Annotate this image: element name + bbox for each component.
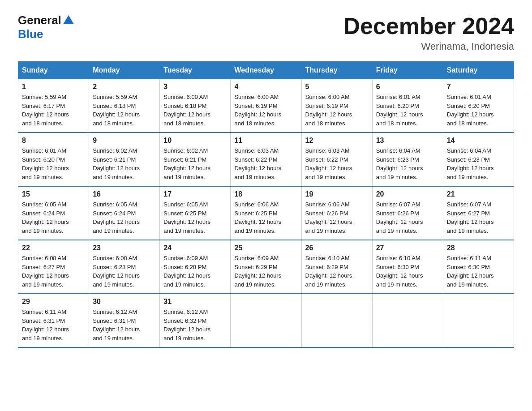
logo-triangle-icon bbox=[62, 14, 75, 25]
column-header-tuesday: Tuesday bbox=[160, 62, 231, 79]
day-info: Sunrise: 6:11 AM Sunset: 6:30 PM Dayligh… bbox=[447, 254, 510, 289]
column-header-sunday: Sunday bbox=[18, 62, 89, 79]
day-info: Sunrise: 5:59 AM Sunset: 6:17 PM Dayligh… bbox=[22, 93, 85, 128]
day-info: Sunrise: 6:05 AM Sunset: 6:24 PM Dayligh… bbox=[93, 200, 156, 235]
day-info: Sunrise: 6:07 AM Sunset: 6:26 PM Dayligh… bbox=[376, 200, 439, 235]
month-title: December 2024 bbox=[343, 13, 514, 39]
calendar-day-cell: 14 Sunrise: 6:04 AM Sunset: 6:23 PM Dayl… bbox=[443, 133, 514, 186]
day-number: 29 bbox=[22, 298, 85, 306]
day-number: 17 bbox=[163, 190, 227, 198]
calendar-day-cell: 15 Sunrise: 6:05 AM Sunset: 6:24 PM Dayl… bbox=[18, 186, 89, 240]
day-info: Sunrise: 6:05 AM Sunset: 6:25 PM Dayligh… bbox=[163, 200, 227, 235]
day-number: 21 bbox=[447, 190, 510, 198]
calendar-day-cell: 28 Sunrise: 6:11 AM Sunset: 6:30 PM Dayl… bbox=[443, 240, 514, 294]
day-info: Sunrise: 6:08 AM Sunset: 6:28 PM Dayligh… bbox=[93, 254, 156, 289]
calendar-day-cell: 9 Sunrise: 6:02 AM Sunset: 6:21 PM Dayli… bbox=[89, 133, 160, 186]
calendar-day-cell: 8 Sunrise: 6:01 AM Sunset: 6:20 PM Dayli… bbox=[18, 133, 89, 186]
title-section: December 2024 Werinama, Indonesia bbox=[343, 13, 514, 52]
day-info: Sunrise: 6:02 AM Sunset: 6:21 PM Dayligh… bbox=[93, 146, 156, 181]
day-number: 6 bbox=[376, 83, 439, 91]
column-header-thursday: Thursday bbox=[301, 62, 372, 79]
day-number: 15 bbox=[22, 190, 85, 198]
calendar-day-cell: 17 Sunrise: 6:05 AM Sunset: 6:25 PM Dayl… bbox=[160, 186, 231, 240]
day-info: Sunrise: 6:00 AM Sunset: 6:19 PM Dayligh… bbox=[305, 93, 369, 128]
calendar-day-cell: 10 Sunrise: 6:02 AM Sunset: 6:21 PM Dayl… bbox=[160, 133, 231, 186]
calendar-day-cell: 18 Sunrise: 6:06 AM Sunset: 6:25 PM Dayl… bbox=[231, 186, 301, 240]
day-number: 30 bbox=[93, 298, 156, 306]
day-number: 18 bbox=[234, 190, 297, 198]
calendar-day-cell: 31 Sunrise: 6:12 AM Sunset: 6:32 PM Dayl… bbox=[160, 294, 231, 347]
day-number: 4 bbox=[234, 83, 297, 91]
day-number: 26 bbox=[305, 244, 369, 252]
day-info: Sunrise: 6:06 AM Sunset: 6:25 PM Dayligh… bbox=[234, 200, 297, 235]
day-info: Sunrise: 6:00 AM Sunset: 6:19 PM Dayligh… bbox=[234, 93, 297, 128]
day-info: Sunrise: 6:01 AM Sunset: 6:20 PM Dayligh… bbox=[447, 93, 510, 128]
day-number: 23 bbox=[93, 244, 156, 252]
column-header-friday: Friday bbox=[372, 62, 443, 79]
calendar-day-cell: 29 Sunrise: 6:11 AM Sunset: 6:31 PM Dayl… bbox=[18, 294, 89, 347]
day-info: Sunrise: 6:04 AM Sunset: 6:23 PM Dayligh… bbox=[376, 146, 439, 181]
calendar-day-cell: 24 Sunrise: 6:09 AM Sunset: 6:28 PM Dayl… bbox=[160, 240, 231, 294]
calendar-week-row: 8 Sunrise: 6:01 AM Sunset: 6:20 PM Dayli… bbox=[18, 133, 514, 186]
calendar-table: SundayMondayTuesdayWednesdayThursdayFrid… bbox=[18, 61, 514, 348]
calendar-day-cell: 3 Sunrise: 6:00 AM Sunset: 6:18 PM Dayli… bbox=[160, 79, 231, 133]
svg-marker-0 bbox=[63, 15, 74, 24]
day-number: 28 bbox=[447, 244, 510, 252]
calendar-day-cell: 6 Sunrise: 6:01 AM Sunset: 6:20 PM Dayli… bbox=[372, 79, 443, 133]
logo-general: General bbox=[18, 13, 61, 27]
day-info: Sunrise: 6:02 AM Sunset: 6:21 PM Dayligh… bbox=[163, 146, 227, 181]
day-number: 5 bbox=[305, 83, 369, 91]
day-info: Sunrise: 6:09 AM Sunset: 6:29 PM Dayligh… bbox=[234, 254, 297, 289]
calendar-day-cell: 13 Sunrise: 6:04 AM Sunset: 6:23 PM Dayl… bbox=[372, 133, 443, 186]
calendar-week-row: 1 Sunrise: 5:59 AM Sunset: 6:17 PM Dayli… bbox=[18, 79, 514, 133]
calendar-week-row: 15 Sunrise: 6:05 AM Sunset: 6:24 PM Dayl… bbox=[18, 186, 514, 240]
calendar-day-cell: 22 Sunrise: 6:08 AM Sunset: 6:27 PM Dayl… bbox=[18, 240, 89, 294]
column-header-monday: Monday bbox=[89, 62, 160, 79]
day-number: 7 bbox=[447, 83, 510, 91]
calendar-day-cell: 7 Sunrise: 6:01 AM Sunset: 6:20 PM Dayli… bbox=[443, 79, 514, 133]
calendar-day-cell: 27 Sunrise: 6:10 AM Sunset: 6:30 PM Dayl… bbox=[372, 240, 443, 294]
day-info: Sunrise: 6:00 AM Sunset: 6:18 PM Dayligh… bbox=[163, 93, 227, 128]
calendar-day-cell: 4 Sunrise: 6:00 AM Sunset: 6:19 PM Dayli… bbox=[231, 79, 301, 133]
day-number: 8 bbox=[22, 137, 85, 145]
calendar-day-cell bbox=[443, 294, 514, 347]
column-header-wednesday: Wednesday bbox=[231, 62, 301, 79]
calendar-day-cell: 5 Sunrise: 6:00 AM Sunset: 6:19 PM Dayli… bbox=[301, 79, 372, 133]
calendar-day-cell: 23 Sunrise: 6:08 AM Sunset: 6:28 PM Dayl… bbox=[89, 240, 160, 294]
calendar-day-cell: 25 Sunrise: 6:09 AM Sunset: 6:29 PM Dayl… bbox=[231, 240, 301, 294]
day-info: Sunrise: 6:12 AM Sunset: 6:31 PM Dayligh… bbox=[93, 308, 156, 342]
day-number: 19 bbox=[305, 190, 369, 198]
logo: General Blue bbox=[18, 13, 75, 41]
day-info: Sunrise: 6:07 AM Sunset: 6:27 PM Dayligh… bbox=[447, 200, 510, 235]
day-info: Sunrise: 6:12 AM Sunset: 6:32 PM Dayligh… bbox=[163, 308, 227, 342]
day-info: Sunrise: 6:03 AM Sunset: 6:22 PM Dayligh… bbox=[234, 146, 297, 181]
calendar-day-cell bbox=[301, 294, 372, 347]
day-number: 2 bbox=[93, 83, 156, 91]
day-number: 20 bbox=[376, 190, 439, 198]
day-number: 1 bbox=[22, 83, 85, 91]
day-info: Sunrise: 6:09 AM Sunset: 6:28 PM Dayligh… bbox=[163, 254, 227, 289]
calendar-week-row: 22 Sunrise: 6:08 AM Sunset: 6:27 PM Dayl… bbox=[18, 240, 514, 294]
day-number: 12 bbox=[305, 137, 369, 145]
day-number: 27 bbox=[376, 244, 439, 252]
calendar-week-row: 29 Sunrise: 6:11 AM Sunset: 6:31 PM Dayl… bbox=[18, 294, 514, 347]
day-number: 31 bbox=[163, 298, 227, 306]
day-info: Sunrise: 6:03 AM Sunset: 6:22 PM Dayligh… bbox=[305, 146, 369, 181]
day-number: 24 bbox=[163, 244, 227, 252]
calendar-day-cell: 2 Sunrise: 5:59 AM Sunset: 6:18 PM Dayli… bbox=[89, 79, 160, 133]
day-number: 9 bbox=[93, 137, 156, 145]
day-info: Sunrise: 6:05 AM Sunset: 6:24 PM Dayligh… bbox=[22, 200, 85, 235]
calendar-header-row: SundayMondayTuesdayWednesdayThursdayFrid… bbox=[18, 62, 514, 79]
day-info: Sunrise: 6:01 AM Sunset: 6:20 PM Dayligh… bbox=[376, 93, 439, 128]
column-header-saturday: Saturday bbox=[443, 62, 514, 79]
calendar-day-cell: 12 Sunrise: 6:03 AM Sunset: 6:22 PM Dayl… bbox=[301, 133, 372, 186]
day-number: 22 bbox=[22, 244, 85, 252]
calendar-day-cell: 30 Sunrise: 6:12 AM Sunset: 6:31 PM Dayl… bbox=[89, 294, 160, 347]
day-info: Sunrise: 6:10 AM Sunset: 6:30 PM Dayligh… bbox=[376, 254, 439, 289]
day-number: 14 bbox=[447, 137, 510, 145]
day-info: Sunrise: 5:59 AM Sunset: 6:18 PM Dayligh… bbox=[93, 93, 156, 128]
calendar-day-cell: 1 Sunrise: 5:59 AM Sunset: 6:17 PM Dayli… bbox=[18, 79, 89, 133]
logo-blue: Blue bbox=[18, 27, 43, 41]
calendar-day-cell: 26 Sunrise: 6:10 AM Sunset: 6:29 PM Dayl… bbox=[301, 240, 372, 294]
calendar-day-cell: 16 Sunrise: 6:05 AM Sunset: 6:24 PM Dayl… bbox=[89, 186, 160, 240]
